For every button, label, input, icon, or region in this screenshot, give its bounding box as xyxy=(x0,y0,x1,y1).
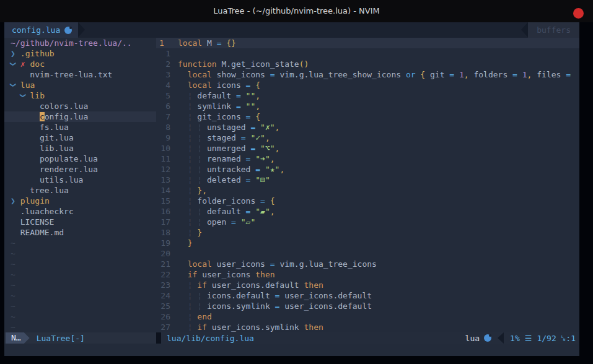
tree-item-plugin[interactable]: ❯ plugin xyxy=(4,196,156,206)
tilde-line: ~ xyxy=(4,322,156,332)
code-line[interactable]: 2function M.get_icon_state() xyxy=(156,59,579,69)
statusline-tree-segment: N… LuaTree[-] xyxy=(4,332,156,344)
code-text: ¦ ¦ icons.default = user_icons.default xyxy=(178,290,579,301)
main-area: ~/github/nvim-tree.lua/..❯ .github❯ ✗ do… xyxy=(4,38,579,332)
tree-item-readme-md[interactable]: README.md xyxy=(4,227,156,238)
code-line[interactable]: 10 ¦ ¦ unmerged = "⌥", xyxy=(156,143,579,154)
code-line[interactable]: 4 local icons = { xyxy=(156,80,579,90)
line-number: 11 xyxy=(156,154,178,164)
code-line[interactable]: 6 ¦ symlink = "", xyxy=(156,101,579,111)
code-line[interactable]: 7 ¦ git_icons = { xyxy=(156,111,579,122)
mode-indicator: N… xyxy=(6,332,30,344)
tree-item-renderer-lua[interactable]: renderer.lua xyxy=(4,164,156,175)
line-number: 7 xyxy=(156,111,178,122)
tilde-line: ~ xyxy=(4,301,156,311)
code-line[interactable]: 9 ¦ ¦ staged = "✓", xyxy=(156,132,579,143)
command-line[interactable] xyxy=(4,344,579,356)
buffers-text: buffers xyxy=(537,25,571,35)
close-button[interactable] xyxy=(573,8,584,19)
code-line[interactable]: 23 ¦ if user_icons.default then xyxy=(156,280,579,290)
buffers-label[interactable]: buffers xyxy=(528,22,579,38)
lines-icon: ☰ xyxy=(525,333,532,344)
code-text: local M = {} xyxy=(178,38,579,48)
tree-item-colors-lua[interactable]: colors.lua xyxy=(4,101,156,111)
tree-item-tree-lua[interactable]: tree.lua xyxy=(4,185,156,196)
file-tree-panel: ~/github/nvim-tree.lua/..❯ .github❯ ✗ do… xyxy=(4,38,156,332)
git-status-icon: ✗ xyxy=(20,59,25,69)
tree-root-path: ~/github/nvim-tree.lua/.. xyxy=(4,38,156,48)
terminal-window: config.lua buffers ~/github/nvim-tree.lu… xyxy=(4,22,579,356)
tab-label: config.lua xyxy=(12,25,60,35)
tree-item-lib-lua[interactable]: lib.lua xyxy=(4,143,156,154)
line-number: 27 xyxy=(156,322,178,332)
line-number: 20 xyxy=(156,248,178,259)
tree-item-license[interactable]: LICENSE xyxy=(4,217,156,227)
line-number: 5 xyxy=(156,90,178,101)
tilde-line: ~ xyxy=(4,238,156,248)
tree-item-doc[interactable]: ❯ ✗ doc xyxy=(4,59,156,69)
tilde-line: ~ xyxy=(4,311,156,322)
line-number: 21 xyxy=(156,259,178,269)
code-text: if user_icons then xyxy=(178,269,579,280)
tree-item-utils-lua[interactable]: utils.lua xyxy=(4,175,156,185)
code-line[interactable]: 15 ¦ folder_icons = { xyxy=(156,196,579,206)
tree-item-config-lua[interactable]: config.lua xyxy=(4,111,156,122)
tree-item-lib[interactable]: ❯ lib xyxy=(4,90,156,101)
code-line[interactable]: 26 ¦ end xyxy=(156,311,579,322)
tree-item-github[interactable]: ❯ .github xyxy=(4,48,156,59)
statusline-file-path: lua/lib/config.lua xyxy=(167,333,254,344)
code-line[interactable]: 5 ¦ default = "", xyxy=(156,90,579,101)
line-number: 17 xyxy=(156,217,178,227)
chevron-icon: ❯ xyxy=(11,196,15,206)
code-text: ¦ ¦ renamed = "➜", xyxy=(178,154,579,164)
code-line[interactable]: 25 ¦ ¦ icons.symlink = user_icons.defaul… xyxy=(156,301,579,311)
code-line[interactable]: 24 ¦ ¦ icons.default = user_icons.defaul… xyxy=(156,290,579,301)
code-line[interactable]: 16 ¦ ¦ default = "▰", xyxy=(156,206,579,217)
code-line[interactable]: 12 ¦ ¦ untracked = "★", xyxy=(156,164,579,175)
code-text: ¦ default = "", xyxy=(178,90,579,101)
code-line[interactable]: 3 local show_icons = vim.g.lua_tree_show… xyxy=(156,69,579,80)
code-line[interactable]: 18 ¦ } xyxy=(156,227,579,238)
code-text: ¦ ¦ staged = "✓", xyxy=(178,132,579,143)
scroll-percent: 1% xyxy=(510,333,520,344)
editor-pane: 1local M = {}12function M.get_icon_state… xyxy=(156,38,579,332)
code-line[interactable]: 17 ¦ ¦ open = "▱" xyxy=(156,217,579,227)
tilde-line: ~ xyxy=(4,248,156,259)
tree-item-git-lua[interactable]: git.lua xyxy=(4,132,156,143)
code-line[interactable]: 8 ¦ ¦ unstaged = "✗", xyxy=(156,122,579,132)
line-number: 8 xyxy=(156,122,178,132)
chevron-icon: ❯ xyxy=(11,48,15,59)
line-number: 13 xyxy=(156,175,178,185)
code-text: ¦ if user_icons.symlink then xyxy=(178,322,579,332)
code-line[interactable]: 1 xyxy=(156,48,579,59)
code-text: ¦ ¦ default = "▰", xyxy=(178,206,579,217)
code-line[interactable]: 1local M = {} xyxy=(156,38,579,48)
line-number: 16 xyxy=(156,206,178,217)
tree-item-lua[interactable]: ❯ lua xyxy=(4,80,156,90)
code-text: ¦ ¦ deleted = "⊟" xyxy=(178,175,579,185)
code-line[interactable]: 22 if user_icons then xyxy=(156,269,579,280)
code-line[interactable]: 14 ¦ }, xyxy=(156,185,579,196)
code-line[interactable]: 11 ¦ ¦ renamed = "➜", xyxy=(156,154,579,164)
line-number: 15 xyxy=(156,196,178,206)
line-number: 18 xyxy=(156,227,178,238)
tree-item-luacheckrc[interactable]: .luacheckrc xyxy=(4,206,156,217)
tree-item-populate-lua[interactable]: populate.lua xyxy=(4,154,156,164)
code-line[interactable]: 13 ¦ ¦ deleted = "⊟" xyxy=(156,175,579,185)
code-text: ¦ }, xyxy=(178,185,579,196)
code-text: ¦ symlink = "", xyxy=(178,101,579,111)
tree-item-nvim-tree-lua-txt[interactable]: nvim-tree-lua.txt xyxy=(4,69,156,80)
code-text: ¦ folder_icons = { xyxy=(178,196,579,206)
code-line[interactable]: 20 xyxy=(156,248,579,259)
tree-item-fs-lua[interactable]: fs.lua xyxy=(4,122,156,132)
tilde-line: ~ xyxy=(4,290,156,301)
code-line[interactable]: 21 local user_icons = vim.g.lua_tree_ico… xyxy=(156,259,579,269)
code-text xyxy=(178,48,579,59)
code-line[interactable]: 27 ¦ if user_icons.symlink then xyxy=(156,322,579,332)
code-line[interactable]: 19 } xyxy=(156,238,579,248)
tab-config-lua[interactable]: config.lua xyxy=(4,22,78,38)
line-number: 10 xyxy=(156,143,178,154)
code-text: ¦ } xyxy=(178,227,579,238)
line-number: 1 xyxy=(156,48,178,59)
column-number: :1 xyxy=(566,333,576,344)
